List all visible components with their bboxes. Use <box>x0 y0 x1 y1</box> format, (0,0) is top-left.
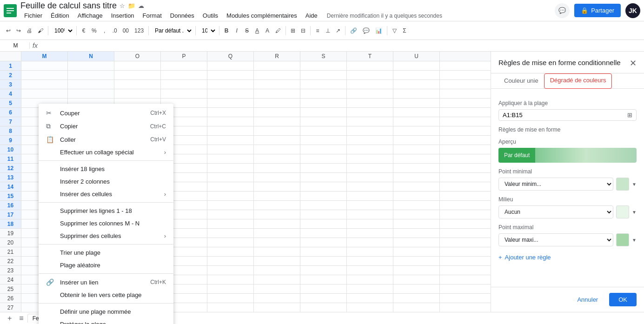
sheet-cell[interactable] <box>114 71 161 79</box>
menu-donnees[interactable]: Données <box>166 11 198 20</box>
point-max-select[interactable]: Valeur maxi... <box>498 233 613 246</box>
sheet-cell[interactable] <box>347 284 393 293</box>
sheet-cell[interactable] <box>300 173 347 182</box>
sheet-cell[interactable] <box>347 71 393 79</box>
align-v-button[interactable]: ⊥ <box>323 26 332 36</box>
sheet-cell[interactable] <box>300 145 347 154</box>
sheet-cell[interactable] <box>207 89 254 98</box>
sheet-cell[interactable] <box>254 229 300 238</box>
point-min-select[interactable]: Valeur minim... <box>498 178 613 191</box>
sheet-cell[interactable] <box>207 154 254 163</box>
sheet-cell[interactable] <box>347 117 393 126</box>
row-number[interactable]: 24 <box>0 275 21 284</box>
row-number[interactable]: 20 <box>0 238 21 247</box>
sheet-cell[interactable] <box>393 173 440 182</box>
row-number[interactable]: 13 <box>0 173 21 182</box>
sheet-cell[interactable] <box>207 173 254 182</box>
sheet-cell[interactable] <box>393 99 440 107</box>
strikethrough-button[interactable]: S <box>242 26 252 36</box>
sheet-cell[interactable] <box>161 61 207 70</box>
sheet-cell[interactable] <box>300 238 347 247</box>
bold-button[interactable]: B <box>222 26 231 36</box>
sheet-cell[interactable] <box>393 117 440 126</box>
row-number[interactable]: 2 <box>0 71 21 79</box>
sheet-cell[interactable] <box>347 294 393 303</box>
sheet-cell[interactable] <box>300 61 347 70</box>
col-header-m[interactable]: M <box>21 52 68 61</box>
sheet-cell[interactable] <box>254 294 300 303</box>
sheet-cell[interactable] <box>300 182 347 191</box>
sheet-cell[interactable] <box>393 182 440 191</box>
sheet-cell[interactable] <box>21 80 68 89</box>
sheet-cell[interactable] <box>254 201 300 210</box>
context-menu-item-supprimer-lignes[interactable]: Supprimer les lignes 1 - 18 <box>39 205 173 217</box>
sheet-cell[interactable] <box>254 303 300 312</box>
sheet-cell[interactable] <box>300 294 347 303</box>
filter-button[interactable]: ▽ <box>390 26 399 36</box>
sheet-cell[interactable] <box>207 192 254 200</box>
sheet-cell[interactable] <box>393 284 440 293</box>
sheet-cell[interactable] <box>347 201 393 210</box>
row-number[interactable]: 26 <box>0 294 21 303</box>
tab-couleur-unie[interactable]: Couleur unie <box>498 73 544 89</box>
function-button[interactable]: Σ <box>400 26 409 36</box>
context-menu-item-plage-aleatoire[interactable]: Plage aléatoire <box>39 259 173 271</box>
sheet-cell[interactable] <box>393 210 440 219</box>
row-number[interactable]: 3 <box>0 80 21 89</box>
sheet-cell[interactable] <box>254 238 300 247</box>
sheet-cell[interactable] <box>347 89 393 98</box>
sheet-cell[interactable] <box>347 61 393 70</box>
row-number[interactable]: 6 <box>0 108 21 117</box>
context-menu-item-inserer-lignes[interactable]: Insérer 18 lignes <box>39 163 173 175</box>
sheet-cell[interactable] <box>254 275 300 284</box>
font-size-select[interactable]: 10 <box>198 26 217 35</box>
link-button[interactable]: 🔗 <box>348 26 359 36</box>
sheet-cell[interactable] <box>300 89 347 98</box>
sheet-cell[interactable] <box>207 275 254 284</box>
sheet-cell[interactable] <box>207 257 254 265</box>
align-h-button[interactable]: ≡ <box>313 26 322 36</box>
sheet-cell[interactable] <box>347 266 393 275</box>
menu-modules[interactable]: Modules complémentaires <box>223 11 301 20</box>
menu-affichage[interactable]: Affichage <box>74 11 106 20</box>
sheet-cell[interactable] <box>347 257 393 265</box>
sheet-cell[interactable] <box>254 136 300 145</box>
chat-button[interactable]: 💬 <box>555 3 570 18</box>
row-number[interactable]: 5 <box>0 99 21 107</box>
zoom-select[interactable]: 100% <box>51 26 74 35</box>
sheet-cell[interactable] <box>300 257 347 265</box>
row-number[interactable]: 11 <box>0 154 21 163</box>
sheet-cell[interactable] <box>207 80 254 89</box>
sheet-cell[interactable] <box>347 154 393 163</box>
sheet-cell[interactable] <box>300 229 347 238</box>
sheet-cell[interactable] <box>207 266 254 275</box>
sheet-cell[interactable] <box>254 247 300 256</box>
sheet-cell[interactable] <box>254 284 300 293</box>
decimal-btn[interactable]: , <box>100 26 109 36</box>
sheet-cell[interactable] <box>207 303 254 312</box>
row-number[interactable]: 1 <box>0 61 21 70</box>
chart-button[interactable]: 📊 <box>373 26 385 36</box>
sheet-cell[interactable] <box>347 303 393 312</box>
sheet-cell[interactable] <box>393 80 440 89</box>
col-header-p[interactable]: P <box>161 52 207 61</box>
sheet-cell[interactable] <box>347 145 393 154</box>
context-menu-item-supprimer-cellules[interactable]: Supprimer des cellules› <box>39 230 173 242</box>
menu-outils[interactable]: Outils <box>199 11 222 20</box>
sheet-cell[interactable] <box>393 275 440 284</box>
sheet-cell[interactable] <box>393 303 440 312</box>
row-number[interactable]: 25 <box>0 284 21 293</box>
cancel-button[interactable]: Annuler <box>570 293 605 306</box>
sheet-cell[interactable] <box>254 80 300 89</box>
row-number[interactable]: 21 <box>0 247 21 256</box>
sheet-cell[interactable] <box>393 238 440 247</box>
row-number[interactable]: 16 <box>0 201 21 210</box>
context-menu-item-plage-nommee[interactable]: Définir une plage nommée <box>39 305 173 318</box>
sheet-cell[interactable] <box>300 275 347 284</box>
sheet-cell[interactable] <box>207 229 254 238</box>
sheet-cell[interactable] <box>207 247 254 256</box>
folder-icon[interactable]: 📁 <box>128 2 135 9</box>
sheet-cell[interactable] <box>300 164 347 172</box>
borders-button[interactable]: ⊞ <box>288 26 298 36</box>
sheet-cell[interactable] <box>161 89 207 98</box>
